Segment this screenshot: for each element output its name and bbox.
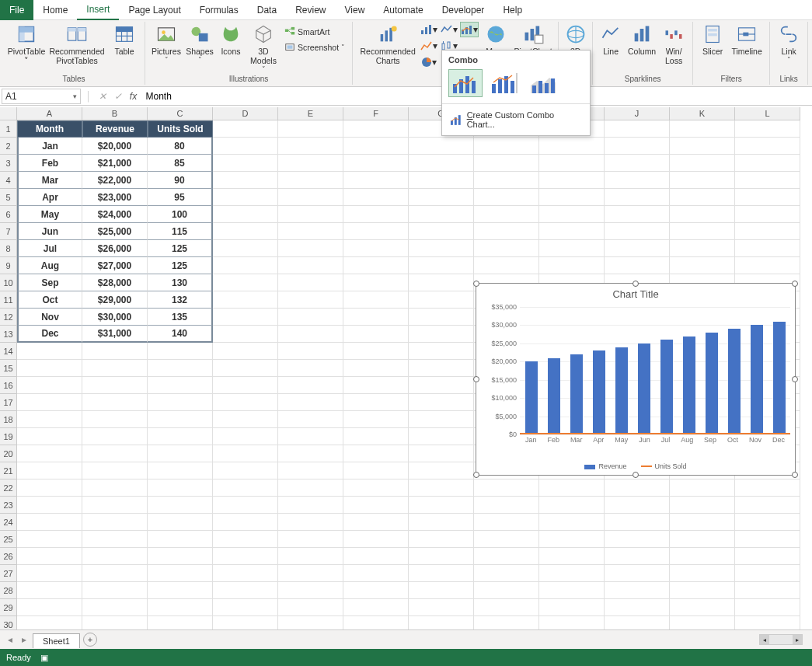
resize-handle[interactable] [792,281,798,287]
svg-rect-77 [545,83,549,93]
sheet-tab[interactable]: Sheet1 [33,633,80,648]
horizontal-scrollbar[interactable]: ◂▸ [759,634,803,645]
tab-file[interactable]: File [0,0,33,20]
svg-rect-46 [531,29,535,40]
resize-handle[interactable] [473,281,479,287]
svg-rect-78 [551,78,555,93]
svg-point-14 [162,30,166,34]
svg-rect-48 [535,35,543,43]
tab-page-layout[interactable]: Page Layout [119,0,190,20]
svg-rect-12 [117,27,133,32]
svg-rect-6 [78,28,86,32]
embedded-chart[interactable]: Chart Title JanFebMarAprMayJunJulAugSepO… [476,283,796,476]
tab-home[interactable]: Home [33,0,77,20]
svg-rect-69 [492,84,496,93]
timeline-button[interactable]: Timeline [729,22,765,56]
resize-handle[interactable] [473,472,479,478]
combo-option-stacked[interactable] [526,69,560,97]
tab-review[interactable]: Review [286,0,335,20]
svg-rect-27 [385,30,389,41]
svg-rect-43 [469,26,472,34]
svg-line-23 [288,30,291,33]
create-custom-combo-button[interactable]: Create Custom Combo Chart... [442,104,590,135]
svg-rect-34 [442,44,444,50]
svg-rect-2 [19,27,34,33]
resize-handle[interactable] [473,376,479,382]
sparkline-winloss-button[interactable]: Win/ Loss [660,22,688,65]
svg-rect-67 [465,76,469,93]
svg-rect-64 [743,33,748,37]
tab-insert[interactable]: Insert [77,0,119,20]
sheet-nav-next[interactable]: ▸ [19,634,30,645]
svg-rect-31 [425,27,427,34]
svg-rect-21 [291,32,294,35]
svg-rect-19 [285,30,288,33]
select-all-corner[interactable] [0,107,17,120]
plot-area[interactable] [520,307,790,434]
3d-models-button[interactable]: 3D Models˅ [246,22,281,73]
chart-legend[interactable]: Revenue Units Sold [476,462,795,470]
screenshot-button[interactable]: Screenshot ˅ [282,40,347,54]
formula-bar: A1 │ ✕ ✓ fx [0,87,812,106]
cancel-formula-icon[interactable]: ✕ [95,91,110,102]
name-box[interactable]: A1 [2,89,81,104]
group-comments: Comment Comments [808,22,812,85]
resize-handle[interactable] [792,376,798,382]
column-headers[interactable]: ABCDEFGHIJKL [17,107,800,120]
sheet-nav-prev[interactable]: ◂ [5,634,16,645]
group-label-links: Links [779,75,797,83]
status-text: Ready [6,653,31,662]
shapes-button[interactable]: Shapes˅ [184,22,215,64]
svg-rect-32 [429,25,431,34]
smartart-button[interactable]: SmartArt [282,25,347,39]
recommended-pivottables-button[interactable]: Recommended PivotTables [47,22,107,65]
svg-rect-56 [670,34,673,39]
accept-formula-icon[interactable]: ✓ [110,91,126,102]
svg-rect-55 [666,30,669,35]
resize-handle[interactable] [792,472,798,478]
pictures-button[interactable]: Pictures˅ [150,22,183,64]
slicer-button[interactable]: Slicer [698,22,727,56]
tab-automate[interactable]: Automate [374,0,432,20]
chart-pie-icon[interactable]: ▾ [420,54,438,70]
status-bar: Ready ▣ [0,649,812,666]
svg-rect-37 [448,42,450,48]
chart-line-icon[interactable]: ▾ [440,22,458,37]
svg-rect-76 [538,81,542,93]
recommended-charts-button[interactable]: Recommended Charts [357,22,418,65]
link-button[interactable]: Link˅ [775,22,803,64]
group-label-tables: Tables [63,75,85,83]
svg-rect-20 [291,27,294,30]
svg-rect-57 [674,30,678,35]
table-button[interactable]: Table [109,22,140,56]
row-headers[interactable]: 1234567891011121314151617181920212223242… [0,120,17,629]
sparkline-column-button[interactable]: Column [626,22,658,56]
chart-bar-icon[interactable]: ▾ [420,22,438,37]
tab-view[interactable]: View [336,0,375,20]
fx-icon[interactable]: fx [126,91,141,102]
tab-developer[interactable]: Developer [433,0,494,20]
tab-help[interactable]: Help [493,0,531,20]
sparkline-line-button[interactable]: Line [598,22,624,56]
resize-handle[interactable] [633,472,639,478]
svg-rect-45 [525,33,529,40]
combo-option-clustered[interactable] [448,69,483,97]
chart-combo-icon[interactable]: ▾ [460,22,479,37]
svg-rect-61 [708,33,717,37]
tab-formulas[interactable]: Formulas [190,0,248,20]
chart-hier-icon[interactable]: ▾ [420,38,438,54]
combo-chart-dropdown: Combo Create Custom Combo Chart... [441,50,591,136]
svg-rect-75 [532,85,536,93]
tab-data[interactable]: Data [248,0,286,20]
svg-rect-54 [646,26,650,42]
svg-rect-81 [458,115,461,125]
add-sheet-button[interactable]: + [83,633,97,647]
macro-record-icon[interactable]: ▣ [40,653,48,663]
group-label-illustrations: Illustrations [229,75,269,83]
icons-button[interactable]: Icons [217,22,245,56]
svg-line-22 [288,29,291,31]
resize-handle[interactable] [633,281,639,287]
pivottable-button[interactable]: PivotTable˅ [8,22,45,65]
combo-option-secondary[interactable] [487,69,521,97]
group-filters: Slicer Timeline Filters [693,22,770,85]
